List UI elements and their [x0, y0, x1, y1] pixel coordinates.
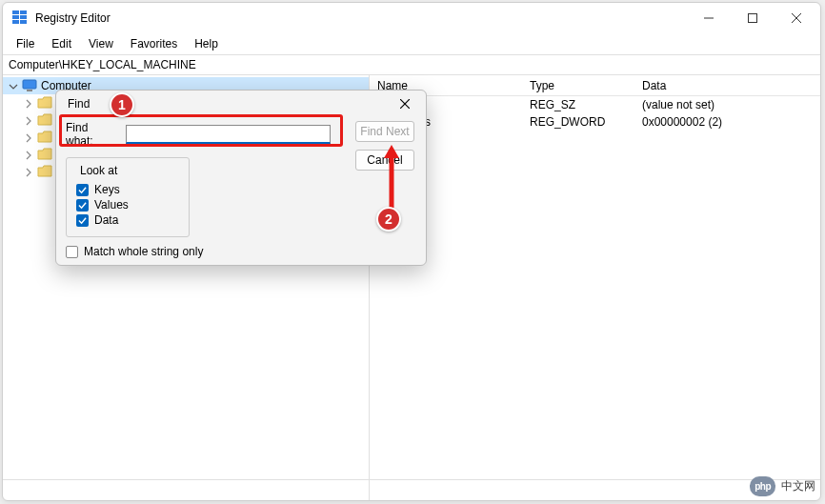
find-next-button[interactable]: Find Next	[355, 121, 414, 142]
computer-icon	[22, 79, 37, 92]
folder-icon	[37, 148, 52, 161]
list-row[interactable]: REG_SZ (value not set)	[370, 96, 820, 113]
chevron-right-icon[interactable]	[24, 167, 33, 176]
folder-icon	[37, 131, 52, 144]
app-icon	[12, 10, 28, 26]
maximize-button[interactable]	[731, 3, 775, 33]
checkbox-match-whole-label: Match whole string only	[84, 245, 203, 258]
chevron-right-icon[interactable]	[24, 150, 33, 159]
watermark-badge: php	[750, 476, 775, 496]
address-bar	[3, 54, 820, 75]
chevron-right-icon[interactable]	[24, 132, 33, 142]
svg-rect-0	[12, 10, 19, 14]
dialog-close-button[interactable]	[392, 93, 418, 114]
svg-rect-1	[20, 10, 27, 14]
close-button[interactable]	[775, 3, 818, 33]
svg-rect-7	[749, 14, 757, 23]
svg-rect-2	[12, 15, 19, 19]
list-pane: Name Type Data REG_SZ (value not set) ow…	[370, 75, 820, 479]
checkbox-match-whole[interactable]	[66, 246, 78, 258]
checkbox-keys-label: Keys	[94, 183, 120, 196]
checkbox-values[interactable]	[76, 199, 89, 212]
checkbox-values-label: Values	[94, 198, 129, 212]
dialog-titlebar: Find	[56, 91, 426, 117]
cell-type: REG_SZ	[522, 98, 634, 111]
svg-rect-3	[20, 15, 27, 19]
checkbox-keys-row[interactable]: Keys	[76, 183, 179, 196]
checkbox-data-label: Data	[94, 213, 118, 227]
address-input[interactable]	[9, 58, 815, 71]
cell-type: REG_DWORD	[522, 115, 634, 129]
menu-view[interactable]: View	[81, 35, 121, 52]
list-header: Name Type Data	[370, 75, 820, 96]
svg-rect-11	[27, 90, 32, 91]
status-left	[3, 480, 370, 500]
checkbox-data-row[interactable]: Data	[76, 213, 179, 227]
look-at-group: Look at Keys Values Data	[66, 157, 190, 237]
svg-rect-10	[23, 80, 36, 89]
chevron-right-icon[interactable]	[24, 98, 33, 108]
svg-rect-5	[20, 20, 27, 24]
chevron-right-icon[interactable]	[24, 115, 33, 125]
list-row[interactable]: ownStatus REG_DWORD 0x00000002 (2)	[370, 113, 820, 131]
watermark: php 中文网	[750, 476, 815, 496]
watermark-text: 中文网	[781, 478, 815, 494]
window-title: Registry Editor	[35, 11, 687, 25]
dialog-body: Find what: Find Next Cancel Look at Keys…	[56, 117, 426, 270]
cell-data: (value not set)	[634, 98, 820, 111]
menu-edit[interactable]: Edit	[44, 35, 79, 52]
checkbox-values-row[interactable]: Values	[76, 198, 179, 212]
look-at-legend: Look at	[76, 164, 121, 177]
minimize-button[interactable]	[687, 3, 731, 33]
col-header-type[interactable]: Type	[522, 79, 634, 92]
chevron-down-icon[interactable]	[9, 81, 18, 91]
menu-favorites[interactable]: Favorites	[123, 35, 185, 52]
cancel-button[interactable]: Cancel	[355, 150, 414, 171]
window-controls	[687, 3, 818, 33]
folder-icon	[37, 96, 52, 110]
menu-help[interactable]: Help	[187, 35, 226, 52]
find-dialog: Find Find what: Find Next Cancel Look at…	[55, 90, 427, 266]
titlebar: Registry Editor	[3, 3, 820, 33]
svg-rect-4	[12, 20, 19, 24]
folder-icon	[37, 113, 52, 127]
col-header-data[interactable]: Data	[634, 79, 820, 92]
dialog-title: Find	[68, 97, 392, 111]
menu-file[interactable]: File	[9, 35, 42, 52]
menubar: File Edit View Favorites Help	[3, 33, 820, 54]
checkbox-data[interactable]	[76, 214, 89, 227]
statusbar	[3, 479, 820, 500]
cell-data: 0x00000002 (2)	[634, 115, 820, 129]
checkbox-keys[interactable]	[76, 184, 89, 196]
folder-icon	[37, 165, 52, 178]
find-what-input[interactable]	[126, 125, 331, 144]
find-what-label: Find what:	[66, 121, 118, 148]
checkbox-match-whole-row[interactable]: Match whole string only	[66, 245, 416, 258]
list-body[interactable]: REG_SZ (value not set) ownStatus REG_DWO…	[370, 96, 820, 479]
